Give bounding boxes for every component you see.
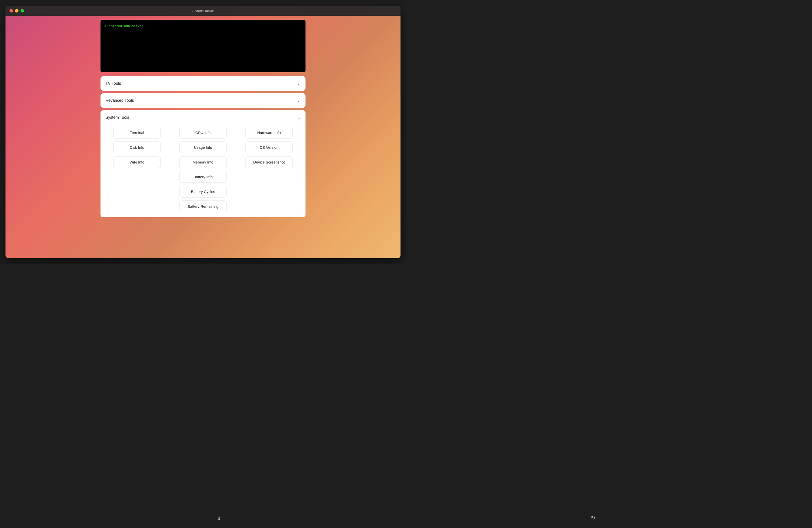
device-screenshot-button[interactable]: Device Screenshot xyxy=(245,156,293,168)
accordion-tv-tools-header[interactable]: TV Tools ⌄ xyxy=(101,76,305,91)
battery-info-button[interactable]: Battery Info xyxy=(179,171,227,183)
terminal-line-1: $ started adb server xyxy=(104,24,302,29)
accordion-system-tools: System Tools ⌃ Terminal Disk Info WiFi I… xyxy=(101,110,305,217)
tv-tools-chevron: ⌄ xyxy=(297,81,301,86)
main-content: $ started adb server TV Tools ⌄ Revanced… xyxy=(5,16,401,258)
window-controls xyxy=(10,9,24,13)
terminal-button[interactable]: Terminal xyxy=(113,127,161,138)
accordion-revanced-tools-header[interactable]: Revanced Tools ⌄ xyxy=(101,93,305,108)
hardware-info-button[interactable]: Hardware Info xyxy=(245,127,293,138)
tools-grid: Terminal Disk Info WiFi Info CPU Info Us… xyxy=(105,127,301,212)
tv-tools-label: TV Tools xyxy=(105,81,121,86)
accordion-system-tools-header[interactable]: System Tools ⌃ xyxy=(101,110,305,125)
usage-info-button[interactable]: Usage Info xyxy=(179,142,227,153)
system-tools-chevron: ⌃ xyxy=(297,115,301,120)
tool-column-right: Hardware Info OS Version Device Screensh… xyxy=(237,127,301,212)
maximize-button[interactable] xyxy=(20,9,24,13)
app-window: Android Toolkit $ started adb server TV … xyxy=(5,6,401,258)
accordion-container: TV Tools ⌄ Revanced Tools ⌄ System Tools… xyxy=(101,76,305,217)
terminal-output: $ started adb server xyxy=(101,20,305,72)
accordion-tv-tools: TV Tools ⌄ xyxy=(101,76,305,91)
revanced-tools-label: Revanced Tools xyxy=(105,98,134,103)
revanced-tools-chevron: ⌄ xyxy=(297,98,301,103)
titlebar: Android Toolkit xyxy=(5,6,401,16)
memory-info-button[interactable]: Memory Info xyxy=(179,156,227,168)
cpu-info-button[interactable]: CPU Info xyxy=(179,127,227,138)
battery-remaining-button[interactable]: Battery Remaining xyxy=(179,201,227,212)
tool-column-middle: CPU Info Usage Info Memory Info Battery … xyxy=(172,127,234,212)
system-tools-label: System Tools xyxy=(105,115,129,120)
close-button[interactable] xyxy=(10,9,13,13)
accordion-revanced-tools: Revanced Tools ⌄ xyxy=(101,93,305,108)
battery-cycles-button[interactable]: Battery Cycles xyxy=(179,186,227,197)
os-version-button[interactable]: OS Version xyxy=(245,142,293,153)
minimize-button[interactable] xyxy=(15,9,18,13)
window-title: Android Toolkit xyxy=(192,9,214,13)
system-tools-content: Terminal Disk Info WiFi Info CPU Info Us… xyxy=(101,125,305,217)
wifi-info-button[interactable]: WiFi Info xyxy=(113,156,161,168)
disk-info-button[interactable]: Disk Info xyxy=(113,142,161,153)
tool-column-left: Terminal Disk Info WiFi Info xyxy=(105,127,169,212)
